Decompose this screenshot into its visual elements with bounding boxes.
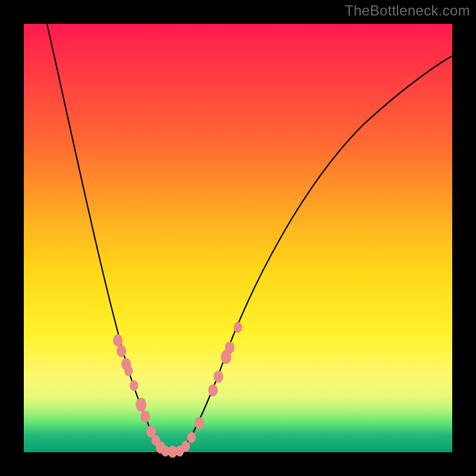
plot-area [24,24,452,452]
data-point [225,342,234,354]
highlighted-points-group [113,322,242,458]
data-point [124,365,133,376]
data-point [130,380,138,391]
data-point [181,441,190,452]
data-point [187,432,196,443]
bottleneck-curve [47,24,452,451]
data-point [140,411,150,423]
curve-layer [24,24,452,452]
chart-frame: TheBottleneck.com [0,0,476,476]
data-point [117,345,126,358]
watermark-text: TheBottleneck.com [345,2,470,19]
data-point [113,334,123,347]
data-point [208,384,218,397]
data-point [234,322,242,333]
data-point [214,371,223,383]
data-point [136,398,146,412]
data-point [195,417,204,430]
